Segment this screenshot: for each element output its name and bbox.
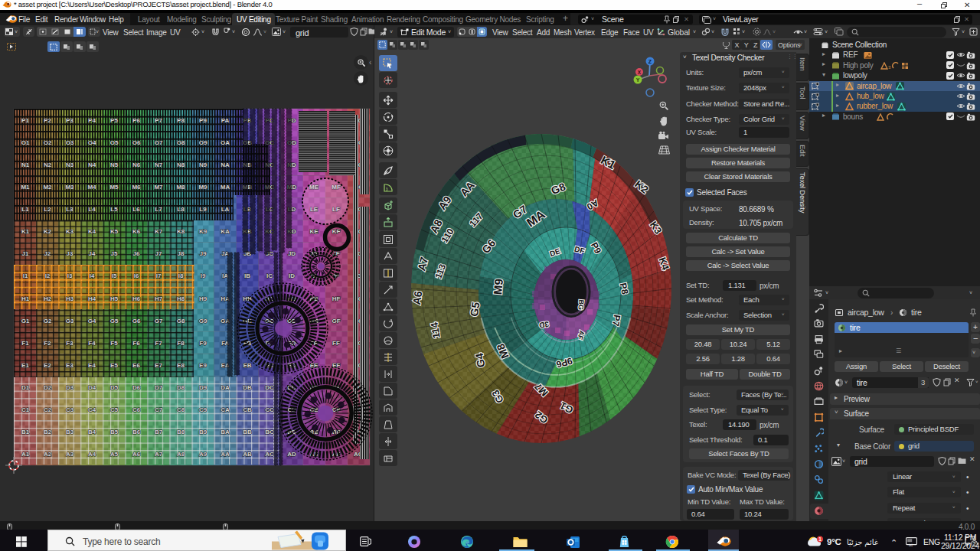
svg-text:A7: A7 (155, 451, 163, 458)
svg-text:D1: D1 (21, 384, 30, 391)
svg-text:1: 1 (818, 536, 822, 542)
svg-text:A6: A6 (410, 290, 424, 305)
svg-text:G6: G6 (132, 318, 141, 324)
svg-text:A4: A4 (88, 451, 96, 458)
svg-text:E5: E5 (110, 362, 118, 369)
svg-text:B3: B3 (66, 429, 74, 435)
svg-text:C3: C3 (66, 406, 74, 413)
svg-text:H5: H5 (110, 295, 119, 302)
svg-text:IB: IB (244, 272, 250, 279)
svg-text:M1: M1 (21, 184, 30, 191)
svg-text:P9: P9 (199, 117, 207, 124)
svg-text:I6: I6 (134, 272, 139, 279)
svg-text:CA: CA (220, 406, 230, 413)
svg-text:LA: LA (221, 206, 230, 213)
svg-text:A6: A6 (132, 451, 141, 458)
svg-text:B9: B9 (199, 429, 207, 435)
svg-text:M4: M4 (87, 184, 96, 191)
svg-text:O6: O6 (132, 139, 141, 146)
svg-text:P8: P8 (177, 117, 185, 124)
svg-text:I7: I7 (156, 272, 162, 279)
svg-text:J9: J9 (200, 250, 207, 257)
svg-text:NA: NA (220, 161, 230, 168)
svg-text:B6: B6 (132, 429, 141, 435)
svg-text:N4: N4 (88, 161, 96, 168)
svg-text:E4: E4 (88, 362, 96, 369)
svg-text:B2: B2 (44, 429, 52, 435)
svg-text:C8: C8 (177, 406, 185, 413)
svg-text:H3: H3 (66, 295, 74, 302)
svg-text:H4: H4 (88, 295, 96, 302)
svg-text:L9: L9 (199, 206, 207, 213)
svg-text:KF: KF (332, 228, 341, 235)
svg-text:C9: C9 (199, 406, 207, 413)
svg-text:KE: KE (309, 228, 318, 235)
svg-text:O9: O9 (199, 139, 207, 146)
svg-text:F4: F4 (88, 340, 96, 347)
svg-text:N5: N5 (110, 161, 119, 168)
svg-text:J8: J8 (178, 250, 185, 257)
svg-text:FF: FF (332, 340, 340, 347)
svg-text:C7: C7 (155, 406, 163, 413)
svg-text:BA: BA (220, 429, 230, 435)
svg-text:AC: AC (265, 451, 274, 458)
svg-text:C4: C4 (88, 406, 96, 413)
svg-text:DC: DC (265, 384, 274, 391)
svg-text:L2: L2 (44, 206, 51, 213)
svg-text:B7: B7 (155, 429, 163, 435)
svg-text:C6: C6 (132, 406, 141, 413)
svg-text:D5: D5 (110, 384, 119, 391)
svg-text:C1: C1 (21, 406, 30, 413)
svg-text:A2: A2 (44, 451, 52, 458)
svg-text:P7: P7 (610, 314, 622, 327)
svg-text:G2: G2 (44, 318, 52, 324)
svg-text:H9: H9 (199, 295, 207, 302)
svg-text:N8: N8 (177, 161, 185, 168)
svg-text:O2: O2 (44, 139, 52, 146)
svg-text:EE: EE (310, 362, 318, 369)
svg-text:A3: A3 (66, 451, 74, 458)
svg-text:P1: P1 (21, 117, 29, 124)
svg-text:I1: I1 (23, 272, 28, 279)
svg-text:D9: D9 (199, 384, 207, 391)
svg-text:H8: H8 (177, 295, 185, 302)
svg-text:O4: O4 (88, 139, 96, 146)
svg-text:N3: N3 (66, 161, 74, 168)
svg-text:G9: G9 (199, 318, 207, 324)
svg-text:OA: OA (220, 139, 230, 146)
svg-text:BB: BB (243, 429, 252, 435)
svg-text:E9: E9 (199, 362, 207, 369)
svg-text:E1: E1 (21, 362, 29, 369)
svg-text:BC: BC (265, 429, 274, 435)
svg-text:F7: F7 (155, 340, 162, 347)
svg-text:BG: BG (577, 299, 585, 310)
svg-text:B8: B8 (177, 429, 185, 435)
svg-text:K9: K9 (199, 228, 207, 235)
svg-text:F9: F9 (199, 340, 207, 347)
svg-text:D8: D8 (177, 384, 185, 391)
svg-text:F1: F1 (21, 340, 29, 347)
svg-text:G5: G5 (110, 318, 119, 324)
svg-text:E8: E8 (177, 362, 185, 369)
svg-text:M6: M6 (132, 184, 141, 191)
svg-text:PA: PA (221, 117, 230, 124)
svg-text:F5: F5 (110, 340, 118, 347)
svg-text:CB: CB (243, 406, 252, 413)
svg-text:N6: N6 (132, 161, 141, 168)
svg-text:Z: Z (648, 59, 652, 64)
svg-text:G3: G3 (66, 318, 74, 324)
svg-text:Y: Y (636, 77, 640, 83)
svg-text:I8: I8 (178, 272, 184, 279)
svg-text:K1: K1 (21, 228, 30, 235)
svg-text:N7: N7 (155, 161, 163, 168)
svg-text:J6: J6 (133, 250, 140, 257)
svg-text:F2: F2 (44, 340, 51, 347)
svg-text:K3: K3 (66, 228, 74, 235)
svg-text:L3: L3 (66, 206, 74, 213)
svg-text:F6: F6 (132, 340, 140, 347)
svg-text:DA: DA (220, 384, 230, 391)
svg-text:G4: G4 (88, 318, 96, 324)
svg-text:M5: M5 (109, 184, 119, 191)
svg-text:O5: O5 (110, 139, 119, 146)
svg-text:CC: CC (265, 406, 274, 413)
